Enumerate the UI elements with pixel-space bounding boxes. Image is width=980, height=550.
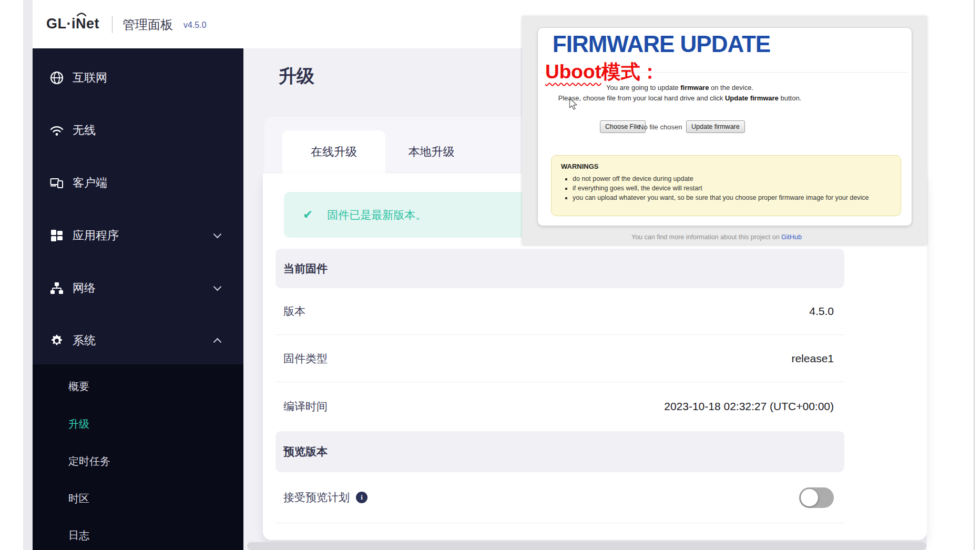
toggle-knob — [801, 489, 818, 506]
sidebar-item-label: 网络 — [73, 280, 96, 296]
submenu-item-overview[interactable]: 概要 — [33, 376, 243, 397]
logo-wifi-arc-icon — [76, 11, 87, 17]
panel-version: v4.5.0 — [183, 21, 207, 30]
firmware-update-title: FIRMWARE UPDATE — [538, 31, 785, 57]
sidebar-item-applications[interactable]: 应用程序 — [33, 224, 243, 247]
chevron-up-icon — [213, 338, 222, 347]
system-submenu: 概要 升级 定时任务 时区 日志 — [33, 364, 243, 550]
sidebar-item-label: 互联网 — [73, 70, 107, 86]
chevron-down-icon — [213, 283, 222, 291]
submenu-item-log[interactable]: 日志 — [33, 525, 243, 546]
logo-text: GL·iNet — [46, 16, 99, 32]
github-link[interactable]: GitHub — [781, 233, 802, 241]
table-row-version: 版本 4.5.0 — [275, 288, 844, 335]
tab-online-upgrade[interactable]: 在线升级 — [282, 130, 385, 174]
alert-text: 固件已是最新版本。 — [327, 208, 426, 222]
uboot-firmware-overlay: FIRMWARE UPDATE You are going to update … — [522, 16, 927, 245]
gear-icon — [50, 334, 64, 348]
instruction-line-2: Please, choose file from your local hard… — [538, 94, 822, 102]
sidebar-item-label: 应用程序 — [73, 228, 119, 243]
page-title: 升级 — [279, 64, 314, 88]
mouse-cursor-icon — [569, 98, 578, 110]
sidebar-item-network[interactable]: 网络 — [33, 277, 243, 300]
tab-local-upgrade[interactable]: 本地升级 — [385, 130, 477, 174]
row-label: 固件类型 — [283, 351, 328, 366]
chevron-down-icon — [213, 230, 222, 239]
table-row-preview-program: 接受预览计划 i — [275, 472, 844, 523]
row-label: 接受预览计划 — [283, 490, 350, 505]
firmware-update-card: FIRMWARE UPDATE You are going to update … — [537, 27, 912, 226]
table-row-firmware-type: 固件类型 release1 — [275, 335, 844, 382]
sidebar-item-wireless[interactable]: 无线 — [33, 119, 243, 142]
overlay-footer: You can find more information about this… — [543, 233, 890, 241]
warnings-title: WARNINGS — [561, 162, 891, 170]
globe-icon — [50, 71, 64, 85]
horizontal-scrollbar[interactable] — [247, 542, 926, 550]
window-right-border — [974, 0, 975, 550]
browser-edge-strip — [23, 0, 33, 550]
submenu-item-timezone[interactable]: 时区 — [33, 488, 243, 509]
section-current-firmware: 当前固件 — [275, 249, 844, 288]
header-divider — [112, 16, 113, 33]
glinet-logo: GL·iNet — [46, 16, 99, 32]
file-status: No file chosen — [639, 123, 682, 131]
warning-item: if everything goes well, the device will… — [573, 184, 891, 193]
section-preview-version: 预览版本 — [275, 431, 844, 472]
sidebar-item-system[interactable]: 系统 — [33, 329, 243, 352]
apps-grid-icon — [50, 229, 64, 242]
sidebar-item-label: 无线 — [73, 123, 96, 138]
row-label: 编译时间 — [283, 399, 328, 414]
preview-toggle[interactable] — [799, 487, 834, 508]
sidebar-item-clients[interactable]: 客户端 — [33, 171, 243, 195]
row-value: 2023-10-18 02:32:27 (UTC+00:00) — [664, 400, 834, 413]
row-value: release1 — [791, 352, 834, 365]
network-tree-icon — [50, 281, 64, 295]
uboot-mode-annotation: Uboot模式： — [545, 59, 660, 85]
submenu-item-scheduled-tasks[interactable]: 定时任务 — [33, 451, 243, 472]
screen: GL·iNet 管理面板 v4.5.0 互联网 无线 客户端 — [0, 0, 980, 550]
devices-icon — [50, 176, 64, 190]
sidebar: 互联网 无线 客户端 应用程序 网络 — [33, 48, 243, 550]
submenu-item-upgrade[interactable]: 升级 — [33, 413, 243, 434]
sidebar-item-internet[interactable]: 互联网 — [33, 66, 243, 89]
row-value: 4.5.0 — [809, 305, 834, 318]
info-icon[interactable]: i — [356, 492, 368, 503]
check-icon: ✔ — [303, 208, 313, 222]
sidebar-item-label: 客户端 — [73, 175, 107, 191]
admin-panel-title: 管理面板 — [122, 16, 173, 33]
warnings-box: WARNINGS do not power off the device dur… — [551, 155, 901, 216]
update-firmware-button[interactable]: Update firmware — [686, 120, 745, 133]
table-row-compile-time: 编译时间 2023-10-18 02:32:27 (UTC+00:00) — [275, 382, 844, 430]
sidebar-item-label: 系统 — [73, 333, 96, 349]
row-label: 版本 — [283, 304, 305, 319]
warning-item: do not power off the device during updat… — [573, 174, 891, 184]
warnings-list: do not power off the device during updat… — [561, 174, 891, 202]
wifi-icon — [50, 124, 64, 137]
warning-item: you can upload whatever you want, so be … — [573, 193, 891, 202]
